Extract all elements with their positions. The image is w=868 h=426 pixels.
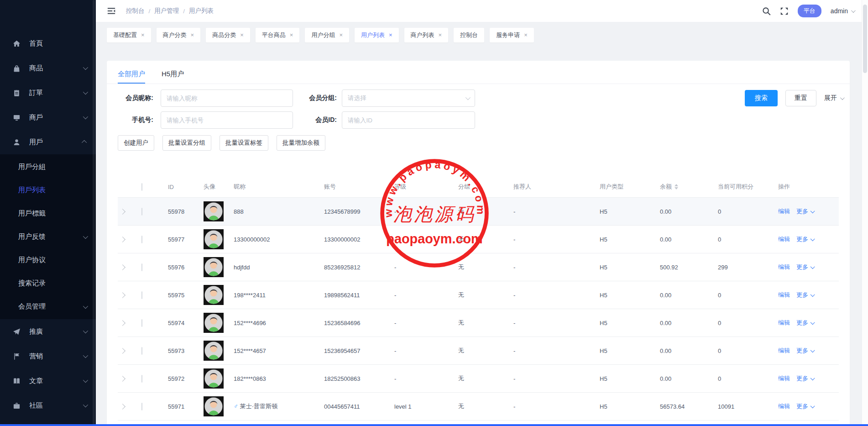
menu-fold-icon[interactable]: [107, 6, 116, 16]
member-id-input[interactable]: [342, 111, 475, 129]
tab-chip[interactable]: 平台商品×: [256, 28, 300, 42]
row-expand-icon[interactable]: [120, 404, 125, 410]
bottom-accent-bar: [0, 424, 868, 426]
sidebar-item-home[interactable]: 首頁: [0, 31, 96, 56]
edit-link[interactable]: 编辑: [778, 347, 790, 355]
more-link[interactable]: 更多: [796, 207, 814, 216]
user-menu[interactable]: admin: [831, 7, 854, 15]
row-expand-icon[interactable]: [120, 348, 125, 354]
batch-set-group-button[interactable]: 批量设置分组: [162, 135, 211, 151]
more-link[interactable]: 更多: [796, 235, 814, 243]
sidebar-item-articles[interactable]: 文章: [0, 368, 96, 393]
col-header-points: 当前可用积分: [718, 183, 778, 191]
close-icon[interactable]: ×: [141, 32, 145, 38]
tab-chip[interactable]: 商户列表×: [404, 28, 449, 42]
edit-link[interactable]: 编辑: [778, 235, 790, 243]
sidebar-item-promotion[interactable]: 推廣: [0, 319, 96, 344]
row-checkbox[interactable]: [141, 319, 142, 327]
sidebar-item-user-feedback[interactable]: 用户反馈: [0, 225, 96, 248]
close-icon[interactable]: ×: [389, 32, 392, 38]
cell-id: 55978: [168, 208, 204, 215]
row-checkbox[interactable]: [141, 403, 142, 410]
batch-set-tag-button[interactable]: 批量设置标签: [220, 135, 268, 151]
select-all-checkbox[interactable]: [141, 183, 142, 191]
edit-link[interactable]: 编辑: [778, 319, 790, 327]
edit-link[interactable]: 编辑: [778, 207, 790, 216]
sidebar-submenu-users: 用戶分組 用戶列表 用戶標籤 用户反馈 用户协议 搜索记录 会员管理: [0, 154, 96, 319]
sidebar-item-goods[interactable]: 商品: [0, 56, 96, 80]
tab-chip[interactable]: 商品分类×: [206, 28, 250, 42]
create-user-button[interactable]: 创建用户: [118, 135, 154, 151]
tab-chip[interactable]: 控制台: [454, 28, 484, 42]
tab-chip-active[interactable]: 用户列表×: [355, 28, 399, 42]
sort-balance-control[interactable]: [675, 184, 678, 189]
reset-button[interactable]: 重置: [785, 90, 816, 106]
row-expand-icon[interactable]: [120, 292, 125, 298]
tab-chip-label: 用户分组: [311, 31, 335, 39]
tab-chip[interactable]: 商户分类×: [157, 28, 201, 42]
row-checkbox[interactable]: [141, 375, 142, 383]
phone-input[interactable]: [161, 111, 293, 129]
row-expand-icon[interactable]: [120, 264, 125, 270]
nickname-input[interactable]: [161, 89, 293, 107]
tab-chip[interactable]: 服务申请×: [490, 28, 534, 42]
edit-link[interactable]: 编辑: [778, 402, 790, 410]
search-button[interactable]: 搜索: [745, 90, 778, 106]
close-icon[interactable]: ×: [524, 32, 528, 38]
row-checkbox[interactable]: [141, 208, 142, 216]
more-link[interactable]: 更多: [796, 402, 814, 410]
tab-all-users[interactable]: 全部用户: [118, 70, 145, 84]
sidebar-item-merchants[interactable]: 商戶: [0, 105, 96, 130]
batch-add-balance-button[interactable]: 批量增加余额: [277, 135, 325, 151]
platform-badge[interactable]: 平台: [798, 5, 821, 17]
scrollbar-track[interactable]: [862, 0, 868, 424]
edit-link[interactable]: 编辑: [778, 374, 790, 383]
close-icon[interactable]: ×: [191, 32, 194, 38]
close-icon[interactable]: ×: [339, 32, 343, 38]
tab-chip[interactable]: 用户分组×: [305, 28, 349, 42]
search-icon[interactable]: [762, 7, 771, 16]
more-link[interactable]: 更多: [796, 374, 814, 383]
tab-h5-users[interactable]: H5用户: [162, 70, 184, 84]
table-row: 55977 13300000002 13300000002 - 无 - H5 0…: [118, 225, 839, 253]
sidebar-item-user-tags[interactable]: 用戶標籤: [0, 202, 96, 225]
sidebar-item-member-management[interactable]: 会员管理: [0, 295, 96, 318]
breadcrumb-item[interactable]: 控制台: [126, 7, 145, 15]
sidebar-item-user-groups[interactable]: 用戶分組: [0, 155, 96, 179]
row-checkbox[interactable]: [141, 263, 142, 271]
fullscreen-icon[interactable]: [780, 7, 789, 16]
more-link[interactable]: 更多: [796, 263, 814, 271]
sidebar-item-community[interactable]: 社區: [0, 393, 96, 418]
breadcrumb-item[interactable]: 用户管理: [154, 7, 179, 15]
row-expand-icon[interactable]: [120, 320, 125, 326]
row-checkbox[interactable]: [141, 347, 142, 355]
group-select[interactable]: 请选择: [342, 89, 475, 107]
close-icon[interactable]: ×: [439, 32, 442, 38]
close-icon[interactable]: ×: [240, 32, 244, 38]
chevron-down-icon: [83, 114, 88, 119]
cell-referrer: -: [513, 403, 600, 410]
breadcrumb-item[interactable]: 用户列表: [189, 7, 214, 15]
cell-referrer: -: [513, 208, 600, 215]
sidebar-item-marketing[interactable]: 营销: [0, 344, 96, 368]
row-checkbox[interactable]: [141, 291, 142, 299]
expand-toggle[interactable]: 展开: [824, 94, 843, 102]
edit-link[interactable]: 编辑: [778, 291, 790, 299]
sidebar-item-users[interactable]: 用戶: [0, 130, 96, 154]
sidebar-item-user-agreement[interactable]: 用户协议: [0, 248, 96, 272]
tab-chip[interactable]: 基礎配置×: [107, 28, 151, 42]
sidebar-item-orders[interactable]: 訂單: [0, 80, 96, 105]
more-link[interactable]: 更多: [796, 319, 814, 327]
cell-user-type: H5: [600, 292, 660, 299]
sidebar-item-user-list[interactable]: 用戶列表: [0, 179, 96, 202]
row-expand-icon[interactable]: [120, 209, 125, 215]
more-link[interactable]: 更多: [796, 347, 814, 355]
scrollbar-thumb[interactable]: [863, 5, 867, 73]
sidebar-item-search-records[interactable]: 搜索记录: [0, 272, 96, 295]
edit-link[interactable]: 编辑: [778, 263, 790, 271]
row-checkbox[interactable]: [141, 236, 142, 243]
close-icon[interactable]: ×: [290, 32, 293, 38]
row-expand-icon[interactable]: [120, 237, 125, 242]
row-expand-icon[interactable]: [120, 376, 125, 382]
more-link[interactable]: 更多: [796, 291, 814, 299]
